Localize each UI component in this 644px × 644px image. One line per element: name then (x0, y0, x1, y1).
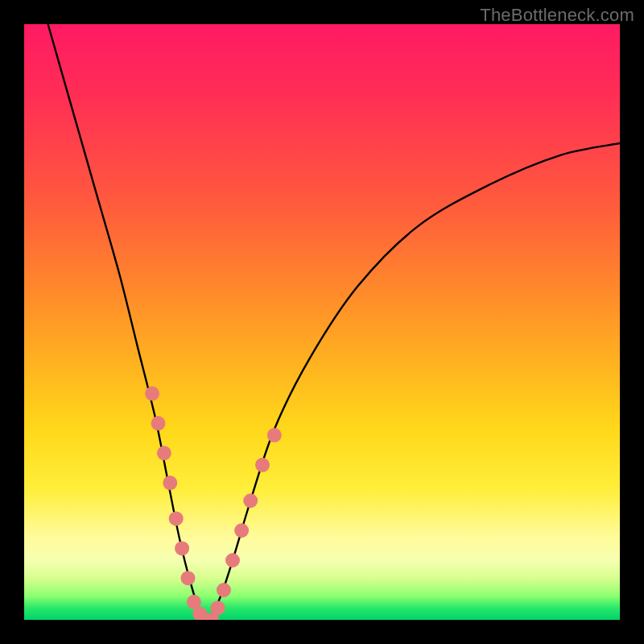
curve-layer (24, 24, 620, 620)
curve-marker (163, 476, 177, 490)
curve-marker (217, 583, 231, 597)
curve-marker (234, 523, 249, 538)
curve-marker (243, 493, 258, 508)
curve-marker (151, 416, 166, 431)
curve-marker (157, 446, 171, 460)
curve-marker (255, 458, 270, 473)
curve-marker (145, 386, 159, 401)
curve-marker (181, 571, 196, 585)
curve-marker (175, 541, 189, 555)
curve-marker (211, 601, 225, 615)
watermark-text: TheBottleneck.com (480, 5, 634, 26)
bottleneck-curve (48, 24, 620, 620)
plot-area (24, 24, 620, 620)
curve-marker (169, 511, 184, 526)
curve-markers (145, 386, 282, 620)
curve-marker (225, 553, 240, 568)
curve-marker (267, 428, 282, 443)
chart-frame: TheBottleneck.com (0, 0, 644, 644)
